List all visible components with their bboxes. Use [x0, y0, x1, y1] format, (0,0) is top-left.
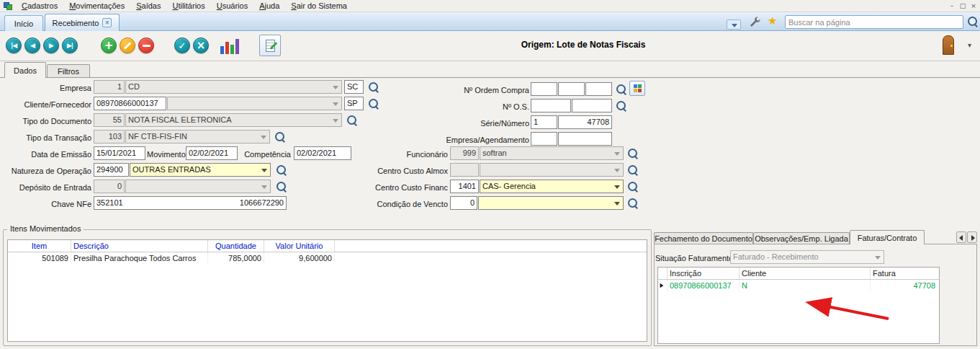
- delete-button[interactable]: [138, 37, 154, 53]
- tab-inicio[interactable]: Início: [4, 15, 43, 31]
- cc-financ-code-field[interactable]: 1401: [450, 180, 479, 193]
- tab-dados[interactable]: Dados: [4, 62, 46, 78]
- funcionario-lookup-icon[interactable]: [627, 148, 639, 159]
- itens-grid-header: Item Descrição Quantidade Valor Unitário: [8, 240, 647, 252]
- cc-financ-lookup-icon[interactable]: [627, 181, 639, 193]
- cliente-code-field[interactable]: 08970866000137: [94, 97, 166, 110]
- serie-field[interactable]: 1: [531, 115, 557, 129]
- ordem-compra-grid-button[interactable]: [629, 81, 645, 96]
- faturas-row[interactable]: 08970866000137 N 47708: [658, 280, 939, 291]
- tipo-transacao-label: Tipo da Transação: [0, 131, 91, 145]
- cliente-uf-field[interactable]: SP: [344, 97, 364, 110]
- ordem-compra-field-3[interactable]: [585, 82, 612, 96]
- movimento-field[interactable]: 02/02/2021: [186, 146, 238, 160]
- tab-close-icon[interactable]: ×: [102, 18, 112, 27]
- faturas-col-cliente: Cliente: [740, 268, 871, 279]
- menu-item-movimentacoes[interactable]: Movimentações: [63, 0, 130, 12]
- minimize-button[interactable]: –: [947, 1, 957, 11]
- cond-vencto-lookup-icon[interactable]: [627, 198, 639, 209]
- nav-last-button[interactable]: ▶|: [62, 37, 78, 53]
- itens-cell-item: 501089: [8, 252, 71, 264]
- ordem-compra-field-1[interactable]: [531, 82, 557, 96]
- tab-fechamento-documento[interactable]: Fechamento do Documento: [654, 232, 753, 244]
- tab-recebimento-label: Recebimento: [53, 19, 99, 27]
- funcionario-code-field: 999: [450, 146, 479, 160]
- tab-inicio-label: Início: [14, 19, 33, 28]
- movimento-label: Movimento: [147, 148, 184, 162]
- data-emissao-field[interactable]: 15/01/2021: [94, 146, 145, 160]
- nav-prev-button[interactable]: ◀: [24, 37, 40, 53]
- search-icon[interactable]: [967, 16, 979, 27]
- exit-button[interactable]: [940, 35, 958, 56]
- faturas-cell-inscricao: 08970866000137: [667, 280, 740, 291]
- empresa-agendamento-label: Empresa/Agendamento: [428, 133, 529, 147]
- close-button[interactable]: ×: [968, 1, 979, 11]
- natureza-label: Natureza de Operação: [0, 164, 91, 178]
- natureza-code-field[interactable]: 294900: [94, 163, 129, 177]
- funcionario-label: Funcionário: [360, 148, 448, 162]
- page-search-input[interactable]: [785, 15, 963, 29]
- tipo-transacao-combo: NF CTB-FIS-FIN: [125, 130, 270, 143]
- maximize-button[interactable]: □: [958, 1, 968, 11]
- numero-field[interactable]: 47708: [558, 115, 612, 129]
- check-icon: ✓: [179, 40, 186, 51]
- natureza-combo[interactable]: OUTRAS ENTRADAS: [130, 163, 271, 177]
- itens-cell-quantidade: 785,0000: [208, 252, 264, 264]
- pencil-icon: [124, 42, 132, 50]
- nav-next-button[interactable]: ▶: [43, 37, 59, 53]
- cond-vencto-combo[interactable]: [478, 196, 624, 210]
- tab-recebimento[interactable]: Recebimento ×: [45, 14, 120, 31]
- empresa-agendamento-field-1[interactable]: [531, 132, 557, 146]
- cliente-lookup-icon[interactable]: [368, 98, 379, 110]
- confirm-button[interactable]: ✓: [174, 37, 190, 53]
- bar-chart-button[interactable]: [220, 37, 240, 54]
- deposito-lookup-icon[interactable]: [276, 181, 287, 193]
- document-button[interactable]: [259, 35, 281, 56]
- empresa-uf-field[interactable]: SC: [344, 80, 364, 94]
- cc-almox-lookup-icon[interactable]: [627, 164, 639, 176]
- menu-item-sair[interactable]: Sair do Sistema: [285, 0, 353, 12]
- tab-observacoes[interactable]: Observações/Emp. Ligada: [753, 232, 850, 244]
- chave-nfe-field[interactable]: 352101 1066672290: [94, 196, 287, 210]
- cc-financ-combo[interactable]: CAS- Gerencia: [480, 180, 624, 193]
- tabs-scroll-right-button[interactable]: [967, 231, 977, 243]
- tab-faturas-contrato[interactable]: Faturas/Contrato: [850, 230, 925, 244]
- annotation-arrow: [798, 293, 899, 324]
- favorites-star-icon[interactable]: ★: [768, 14, 777, 27]
- natureza-lookup-icon[interactable]: [276, 164, 287, 176]
- faturas-cell-cliente: N: [740, 280, 871, 291]
- wrench-icon[interactable]: [749, 16, 761, 28]
- cancel-button[interactable]: ×: [193, 37, 209, 53]
- nav-first-button[interactable]: |◀: [6, 37, 22, 53]
- menu-item-ajuda[interactable]: Ajuda: [253, 0, 285, 12]
- cond-vencto-code-field[interactable]: 0: [450, 196, 477, 210]
- os-field-2[interactable]: [572, 99, 612, 112]
- tabs-scroll-left-button[interactable]: [956, 231, 966, 243]
- add-button[interactable]: +: [101, 37, 117, 53]
- tipo-transacao-lookup-icon[interactable]: [274, 131, 286, 143]
- os-field-1[interactable]: [531, 99, 571, 112]
- edit-button[interactable]: [120, 37, 135, 53]
- empresa-label: Empresa: [0, 81, 91, 95]
- empresa-lookup-icon[interactable]: [368, 81, 379, 93]
- menu-item-saidas[interactable]: Saídas: [130, 0, 166, 12]
- menu-item-utilitarios[interactable]: Utilitários: [166, 0, 210, 12]
- empresa-agendamento-field-2[interactable]: [558, 132, 612, 146]
- last-record-icon: ▶|: [67, 42, 73, 49]
- tipo-documento-lookup-icon[interactable]: [346, 115, 358, 126]
- competencia-label: Competência: [242, 148, 291, 162]
- menu-item-cadastros[interactable]: Cadastros: [16, 0, 63, 12]
- cc-almox-code-field: [450, 163, 479, 177]
- ordem-compra-field-2[interactable]: [558, 82, 585, 96]
- ordem-compra-label: Nº Ordem Compra: [428, 84, 529, 97]
- competencia-field[interactable]: 02/02/2021: [294, 146, 351, 160]
- os-lookup-icon[interactable]: [616, 100, 627, 112]
- cc-almox-combo: [480, 163, 624, 177]
- tab-filtros[interactable]: Filtros: [47, 64, 90, 77]
- chave-nfe-end: 1066672290: [240, 197, 284, 209]
- menu-item-usuarios[interactable]: Usuários: [211, 0, 253, 12]
- tab-list-dropdown-button[interactable]: [727, 19, 741, 30]
- toolbar-caret-icon[interactable]: ▾: [968, 41, 971, 49]
- ordem-compra-lookup-icon[interactable]: [616, 84, 627, 95]
- itens-row[interactable]: 501089 Presilha Parachoque Todos Carros …: [8, 252, 647, 264]
